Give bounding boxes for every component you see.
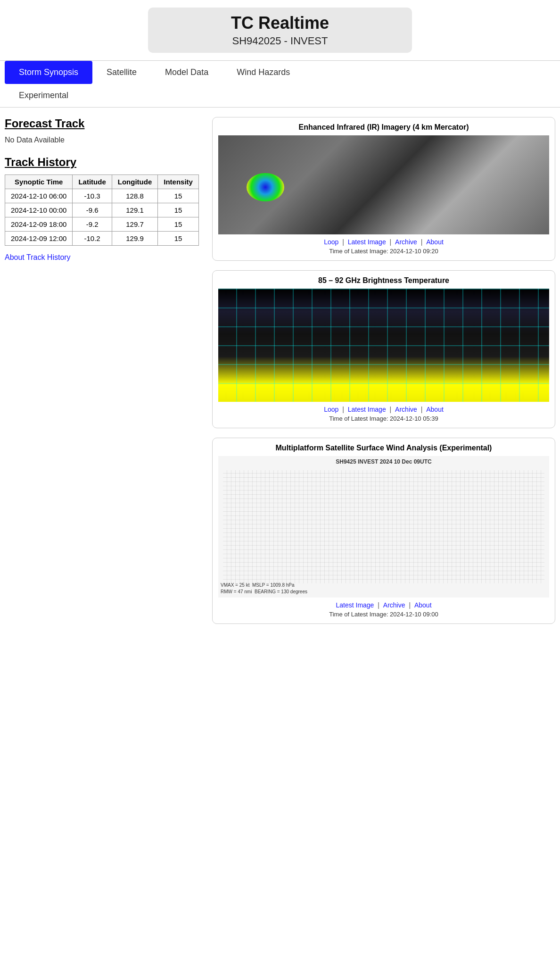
image-link-latest-image-2[interactable]: Latest Image bbox=[336, 601, 374, 609]
image-card-title-2: Multiplatform Satellite Surface Wind Ana… bbox=[218, 444, 549, 452]
link-separator: | bbox=[388, 238, 393, 246]
about-track-history-link[interactable]: About Track History bbox=[5, 253, 71, 261]
image-card-title-1: 85 – 92 GHz Brightness Temperature bbox=[218, 276, 549, 285]
nav-tab-model-data[interactable]: Model Data bbox=[151, 61, 222, 84]
image-card-1: 85 – 92 GHz Brightness TemperatureLoop |… bbox=[212, 270, 555, 428]
main-layout: Forecast Track No Data Available Track H… bbox=[0, 108, 560, 633]
image-placeholder-2: SH9425 INVEST 2024 10 Dec 09UTCVMAX = 25… bbox=[218, 456, 549, 598]
track-col-intensity: Intensity bbox=[158, 175, 199, 189]
link-separator: | bbox=[419, 406, 424, 413]
image-link-loop-1[interactable]: Loop bbox=[324, 406, 338, 413]
image-timestamp-1: Time of Latest Image: 2024-12-10 05:39 bbox=[218, 415, 549, 422]
image-card-title-0: Enhanced Infrared (IR) Imagery (4 km Mer… bbox=[218, 123, 549, 132]
image-link-loop-0[interactable]: Loop bbox=[324, 238, 338, 246]
image-link-latest-image-1[interactable]: Latest Image bbox=[348, 406, 386, 413]
image-link-archive-2[interactable]: Archive bbox=[383, 601, 405, 609]
app-header: TC Realtime SH942025 - INVEST bbox=[148, 8, 412, 53]
wind-image-header: SH9425 INVEST 2024 10 Dec 09UTC bbox=[218, 458, 549, 465]
storm-id: SH942025 - INVEST bbox=[157, 35, 403, 47]
nav-tab-experimental[interactable]: Experimental bbox=[5, 84, 82, 107]
navigation: Storm SynopsisSatelliteModel DataWind Ha… bbox=[0, 60, 560, 108]
image-link-about-0[interactable]: About bbox=[426, 238, 444, 246]
image-link-archive-0[interactable]: Archive bbox=[395, 238, 417, 246]
table-row: 2024-12-09 12:00-10.2129.915 bbox=[5, 232, 199, 246]
image-placeholder-0 bbox=[218, 135, 549, 234]
image-link-about-2[interactable]: About bbox=[414, 601, 432, 609]
right-panel: Enhanced Infrared (IR) Imagery (4 km Mer… bbox=[212, 117, 555, 624]
image-links-1: Loop | Latest Image | Archive | About bbox=[218, 406, 549, 413]
link-separator: | bbox=[419, 238, 424, 246]
image-timestamp-2: Time of Latest Image: 2024-12-10 09:00 bbox=[218, 611, 549, 618]
track-col-latitude: Latitude bbox=[73, 175, 112, 189]
track-history-title: Track History bbox=[5, 156, 203, 169]
link-separator: | bbox=[340, 406, 346, 413]
table-row: 2024-12-10 00:00-9.6129.115 bbox=[5, 203, 199, 217]
nav-tab-satellite[interactable]: Satellite bbox=[92, 61, 151, 84]
table-row: 2024-12-09 18:00-9.2129.715 bbox=[5, 217, 199, 232]
wind-image-footer: VMAX = 25 kt MSLP = 1009.8 hPa RMW = 47 … bbox=[221, 582, 307, 595]
image-link-archive-1[interactable]: Archive bbox=[395, 406, 417, 413]
track-col-longitude: Longitude bbox=[112, 175, 157, 189]
forecast-track-title: Forecast Track bbox=[5, 117, 203, 130]
image-links-0: Loop | Latest Image | Archive | About bbox=[218, 238, 549, 246]
app-title: TC Realtime bbox=[157, 13, 403, 33]
nav-tab-storm-synopsis[interactable]: Storm Synopsis bbox=[5, 61, 92, 84]
image-card-0: Enhanced Infrared (IR) Imagery (4 km Mer… bbox=[212, 117, 555, 261]
link-separator: | bbox=[388, 406, 393, 413]
no-data-label: No Data Available bbox=[5, 136, 203, 144]
track-col-synoptic-time: Synoptic Time bbox=[5, 175, 73, 189]
track-history-table: Synoptic TimeLatitudeLongitudeIntensity … bbox=[5, 174, 199, 246]
nav-tabs: Storm SynopsisSatelliteModel DataWind Ha… bbox=[5, 61, 555, 107]
image-card-2: Multiplatform Satellite Surface Wind Ana… bbox=[212, 438, 555, 624]
link-separator: | bbox=[407, 601, 412, 609]
left-panel: Forecast Track No Data Available Track H… bbox=[5, 117, 203, 624]
image-links-2: Latest Image | Archive | About bbox=[218, 601, 549, 609]
image-timestamp-0: Time of Latest Image: 2024-12-10 09:20 bbox=[218, 248, 549, 255]
table-row: 2024-12-10 06:00-10.3128.815 bbox=[5, 189, 199, 203]
image-link-about-1[interactable]: About bbox=[426, 406, 444, 413]
link-separator: | bbox=[340, 238, 346, 246]
link-separator: | bbox=[376, 601, 381, 609]
nav-tab-wind-hazards[interactable]: Wind Hazards bbox=[222, 61, 304, 84]
image-placeholder-1 bbox=[218, 289, 549, 402]
image-link-latest-image-0[interactable]: Latest Image bbox=[348, 238, 386, 246]
